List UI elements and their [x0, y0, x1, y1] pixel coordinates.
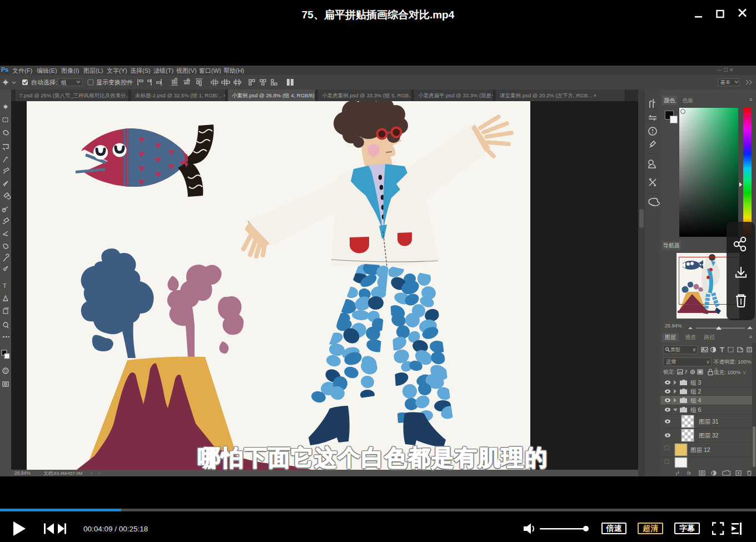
svg-text:fx: fx: [687, 470, 692, 476]
svg-text:基本: 基本: [720, 79, 730, 85]
svg-text:组 4: 组 4: [690, 397, 701, 404]
svg-text:组 2: 组 2: [690, 388, 701, 395]
svg-text:图层 12: 图层 12: [690, 446, 710, 453]
svg-text:显示变换控件: 显示变换控件: [96, 79, 133, 86]
svg-text:图层 32: 图层 32: [699, 432, 719, 439]
svg-text:自动选择:: 自动选择:: [31, 79, 57, 86]
svg-text:组 6: 组 6: [690, 406, 701, 413]
svg-text:图层 31: 图层 31: [699, 418, 719, 425]
svg-text:T: T: [3, 282, 7, 289]
svg-text:组 3: 组 3: [690, 379, 701, 386]
svg-text:组: 组: [61, 79, 67, 86]
